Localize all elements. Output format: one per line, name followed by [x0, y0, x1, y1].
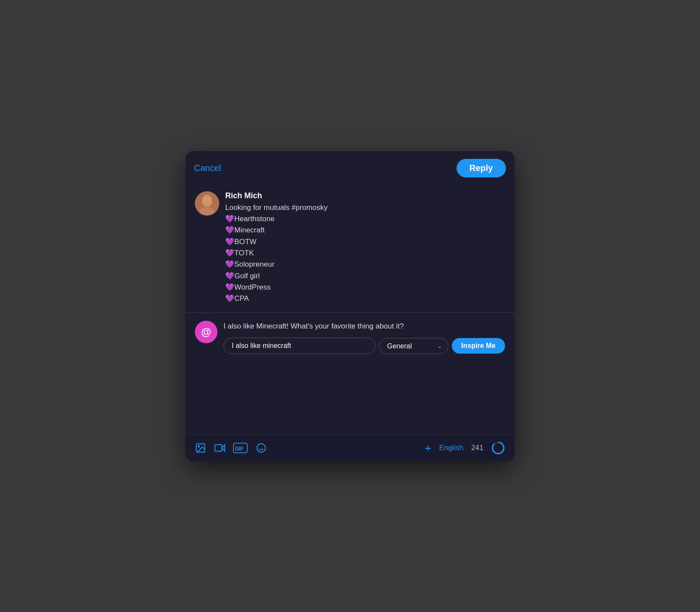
avatar — [195, 191, 219, 216]
post-text: Looking for mutuals #promosky💜Hearthston… — [225, 202, 505, 305]
compose-area — [185, 361, 515, 435]
gif-icon[interactable]: GIF — [233, 442, 248, 454]
post-author: Rich Mich — [225, 191, 505, 200]
inspire-me-button[interactable]: Inspire Me — [452, 338, 505, 354]
image-icon[interactable] — [195, 442, 206, 454]
reply-controls: GeneralGamingTechLifestyle Inspire Me — [224, 338, 505, 354]
svg-point-11 — [257, 444, 266, 453]
category-select[interactable]: GeneralGamingTechLifestyle — [379, 338, 448, 354]
emoji-icon[interactable] — [256, 442, 267, 454]
mention-avatar: @ — [195, 321, 217, 343]
video-icon[interactable] — [214, 442, 225, 454]
reply-input[interactable] — [224, 338, 376, 354]
reply-suggestion-text: I also like Minecraft! What's your favor… — [224, 321, 505, 332]
original-post: Rich Mich Looking for mutuals #promosky💜… — [185, 184, 515, 312]
bottom-toolbar: GIF + English 241 — [185, 435, 515, 461]
progress-circle — [491, 441, 505, 455]
svg-point-6 — [198, 446, 200, 447]
reply-content: I also like Minecraft! What's your favor… — [224, 321, 505, 354]
char-count: 241 — [471, 444, 483, 452]
svg-point-15 — [493, 442, 504, 454]
post-content: Rich Mich Looking for mutuals #promosky💜… — [225, 191, 505, 305]
svg-text:GIF: GIF — [235, 446, 243, 452]
reply-section: @ I also like Minecraft! What's your fav… — [185, 313, 515, 361]
reply-button[interactable]: Reply — [457, 159, 506, 177]
top-bar: Cancel Reply — [185, 151, 515, 184]
cancel-button[interactable]: Cancel — [194, 163, 221, 173]
add-media-button[interactable]: + — [425, 441, 431, 455]
category-select-wrapper: GeneralGamingTechLifestyle — [379, 338, 448, 354]
main-window: Cancel Reply Rich Mich Looking for mutua… — [185, 151, 515, 461]
svg-rect-7 — [215, 445, 222, 451]
language-label: English — [439, 444, 463, 452]
svg-point-4 — [203, 195, 211, 203]
